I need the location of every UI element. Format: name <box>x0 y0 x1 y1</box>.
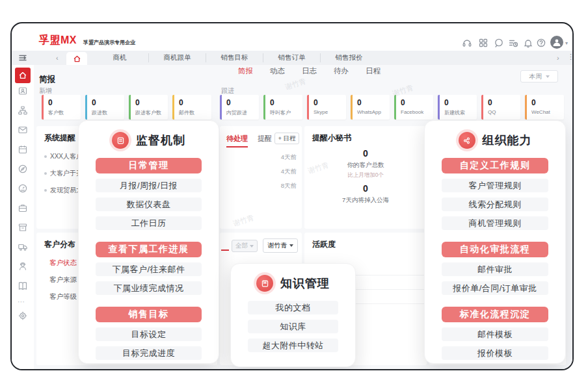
tab-home[interactable] <box>66 52 87 65</box>
todo-panel: 待处理 提醒 + 日程 4天前 4天前 8天前 <box>220 126 302 229</box>
tab-bar: ‹ 商机 商机跟单 销售目标 销售订单 销售报价 › ⋮ <box>12 51 572 65</box>
company-tagline: 孚盟产品演示专用企业 <box>83 39 135 46</box>
tab-item[interactable]: 商机 <box>91 53 148 62</box>
knowledge-card: 知识管理 我的文档 知识库 超大附件中转站 <box>230 263 356 367</box>
filter-all-select[interactable]: 全部 <box>232 240 258 252</box>
settings-icon[interactable] <box>18 311 28 321</box>
card-item[interactable]: 月报/周报/日报 <box>96 179 202 192</box>
menu-toggle-icon[interactable] <box>18 53 28 63</box>
stat-card: 0QQ <box>481 95 520 120</box>
add-schedule-button[interactable]: + 日程 <box>274 133 299 144</box>
tab-item[interactable]: 商机跟单 <box>148 53 206 62</box>
card-item[interactable]: 线索分配规则 <box>442 198 548 211</box>
card-title: 组织能力 <box>483 133 532 148</box>
dist-item-status[interactable]: 客户状态 <box>49 259 77 268</box>
history-icon[interactable] <box>508 38 518 48</box>
card-item[interactable]: 下属业绩完成情况 <box>96 281 202 295</box>
help-icon[interactable] <box>536 38 546 48</box>
bell-icon[interactable] <box>523 38 533 48</box>
briefcase-icon[interactable] <box>18 203 28 213</box>
gauge-icon[interactable] <box>18 183 28 194</box>
card-item[interactable]: 下属客户/往来邮件 <box>96 262 202 276</box>
section-header: 自动化审批流程 <box>442 242 548 257</box>
mail-icon[interactable] <box>18 125 28 135</box>
card-item[interactable]: 知识库 <box>248 320 338 333</box>
stat-value: 0 <box>444 98 477 107</box>
card-item[interactable]: 商机管理规则 <box>442 216 548 230</box>
subnav-item-todo[interactable]: 待办 <box>334 66 349 76</box>
left-sidebar: ⋯ <box>12 65 34 369</box>
organization-card: 组织能力 自定义工作规则 客户管理规则 线索分配规则 商机管理规则 自动化审批流… <box>424 120 566 364</box>
period-select[interactable]: 本周 <box>520 70 558 83</box>
section-header: 标准化流程沉淀 <box>442 307 548 322</box>
tab-remind[interactable]: 提醒 <box>258 134 272 144</box>
stat-label: WeChat <box>531 109 563 115</box>
stat-value: 0 <box>304 148 427 159</box>
stat-value: 0 <box>304 183 427 194</box>
card-header: 组织能力 <box>425 131 565 150</box>
stat-card: 0客户数 <box>42 95 81 120</box>
card-item[interactable]: 报价模板 <box>442 346 548 360</box>
more-icon[interactable]: ⋯ <box>18 298 28 308</box>
active-tab-underline <box>221 250 229 251</box>
card-item[interactable]: 邮件审批 <box>442 262 548 276</box>
dist-item-level[interactable]: 客户等级 <box>49 292 77 301</box>
card-title: 监督机制 <box>136 133 185 148</box>
stat-label: 跟进客户数 <box>135 109 167 116</box>
card-item[interactable]: 客户管理规则 <box>442 179 548 192</box>
supervision-card: 监督机制 日常管理 月报/周报/日报 数据仪表盘 工作日历 查看下属工作进展 下… <box>78 120 219 364</box>
stat-value: 0 <box>270 98 302 107</box>
card-item[interactable]: 报价单/合同/订单审批 <box>442 281 548 295</box>
tab-more-icon[interactable]: ⋮ <box>567 53 574 61</box>
tab-pending[interactable]: 待处理 <box>226 134 248 147</box>
secretary-stat: 0 你的客户总数 比上月增加0个 <box>304 148 427 179</box>
card-item[interactable]: 我的文档 <box>248 301 338 314</box>
org-tree-icon[interactable] <box>18 105 28 116</box>
card-item[interactable]: 工作日历 <box>96 216 202 230</box>
service-icon[interactable] <box>18 261 28 272</box>
contacts-icon[interactable] <box>18 86 28 96</box>
dist-item-source[interactable]: 客户来源 <box>49 275 77 285</box>
subnav-item-log[interactable]: 日志 <box>302 66 317 76</box>
subnav-item-dynamics[interactable]: 动态 <box>270 66 285 76</box>
tab-forward-icon[interactable]: › <box>557 53 559 62</box>
compass-icon[interactable] <box>18 164 28 174</box>
tab-item[interactable]: 销售目标 <box>206 53 263 62</box>
chat-icon[interactable] <box>494 38 504 48</box>
stat-label: 跟进数 <box>92 109 123 116</box>
archive-icon[interactable] <box>18 222 28 233</box>
report-icon[interactable] <box>18 281 28 291</box>
card-item[interactable]: 数据仪表盘 <box>96 198 202 211</box>
filter-user-select[interactable]: 谢竹青 <box>263 238 298 253</box>
chevron-down-icon <box>289 244 293 247</box>
section-header: 查看下属工作进展 <box>96 242 202 257</box>
user-avatar[interactable] <box>550 36 563 49</box>
card-item[interactable]: 目标设定 <box>96 327 202 341</box>
subnav-item-schedule[interactable]: 日程 <box>366 66 381 76</box>
sidebar-item-home[interactable] <box>15 68 31 83</box>
subnav-item-briefing[interactable]: 简报 <box>238 66 253 76</box>
section-header: 销售目标 <box>96 307 202 322</box>
stat-value: 0 <box>135 98 168 107</box>
panel-title: 活跃度 <box>312 239 336 250</box>
card-title: 知识管理 <box>280 275 330 291</box>
truck-icon[interactable] <box>18 242 28 252</box>
card-item[interactable]: 邮件模板 <box>442 327 548 341</box>
card-item[interactable]: 超大附件中转站 <box>248 339 338 352</box>
tab-back-icon[interactable]: ‹ <box>56 53 59 62</box>
stat-label: QQ <box>488 109 519 115</box>
avatar-caret-icon[interactable]: ▾ <box>565 40 568 46</box>
document-icon <box>112 132 129 149</box>
apps-grid-icon[interactable] <box>478 38 488 48</box>
group-label-new: 新增 <box>39 86 52 96</box>
card-item[interactable]: 目标完成进度 <box>96 346 202 360</box>
app-logo: 孚盟MX <box>39 34 77 47</box>
calendar-icon[interactable] <box>18 144 28 155</box>
tab-item[interactable]: 销售订单 <box>263 53 320 62</box>
stat-card: 0Facebook <box>394 95 433 120</box>
stat-card: 0内贸跟进 <box>220 95 259 120</box>
headset-icon[interactable] <box>462 38 472 48</box>
tab-item[interactable]: 销售报价 <box>320 53 377 62</box>
briefing-title: 简报 <box>39 74 55 85</box>
stat-label: 呼叫客户 <box>270 109 301 116</box>
